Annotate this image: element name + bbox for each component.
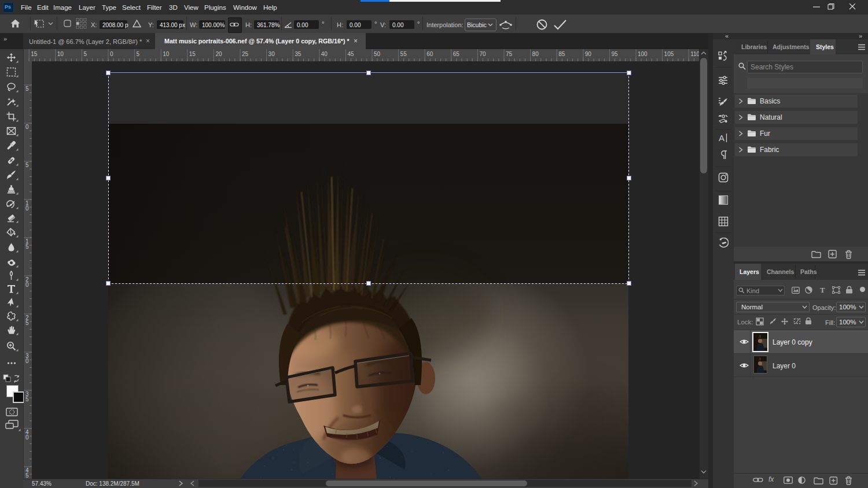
svg-text:10: 10 (163, 51, 170, 57)
svg-text:20: 20 (215, 51, 222, 57)
svg-text:0: 0 (25, 434, 29, 441)
svg-text:0: 0 (25, 358, 29, 364)
svg-text:A: A (719, 133, 724, 143)
svg-text:5: 5 (25, 243, 29, 250)
svg-text:5: 5 (137, 51, 140, 57)
svg-text:5: 5 (25, 472, 29, 479)
svg-text:0: 0 (25, 205, 29, 212)
svg-text:55: 55 (400, 51, 407, 57)
svg-text:100: 100 (638, 51, 648, 57)
svg-text:10: 10 (57, 51, 64, 57)
svg-text:70: 70 (479, 51, 486, 57)
svg-text:5: 5 (25, 162, 29, 168)
svg-text:5: 5 (25, 320, 29, 326)
svg-text:85: 85 (558, 51, 565, 57)
svg-text:80: 80 (532, 51, 539, 57)
svg-text:35: 35 (295, 51, 301, 57)
svg-text:25: 25 (242, 51, 249, 57)
svg-text:110: 110 (690, 51, 699, 57)
svg-text:75: 75 (506, 51, 513, 57)
svg-text:95: 95 (611, 51, 618, 57)
svg-text:50: 50 (374, 51, 381, 57)
svg-text:15: 15 (189, 51, 196, 57)
svg-text:105: 105 (664, 51, 674, 57)
svg-text:45: 45 (347, 51, 354, 57)
svg-text:0: 0 (25, 282, 29, 288)
svg-text:65: 65 (453, 51, 460, 57)
svg-text:0: 0 (110, 51, 113, 57)
svg-text:40: 40 (321, 51, 328, 57)
svg-text:5: 5 (25, 86, 29, 92)
svg-text:5: 5 (83, 51, 87, 57)
svg-text:0: 0 (25, 124, 29, 130)
svg-text:T: T (820, 286, 825, 293)
svg-text:30: 30 (269, 51, 275, 57)
svg-text:90: 90 (585, 51, 592, 57)
svg-text:5: 5 (25, 396, 29, 402)
svg-text:60: 60 (426, 51, 433, 57)
svg-text:15: 15 (31, 51, 38, 57)
